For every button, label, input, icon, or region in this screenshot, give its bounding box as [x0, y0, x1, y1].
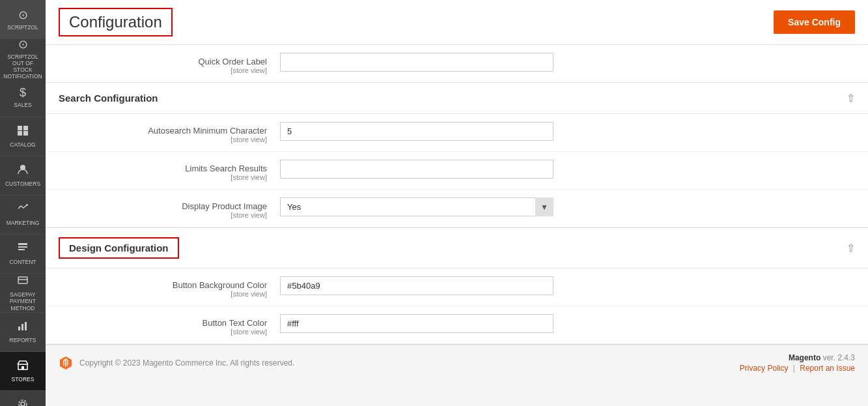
svg-rect-7	[18, 249, 25, 250]
svg-rect-10	[18, 326, 20, 330]
button-bg-color-input[interactable]	[280, 276, 553, 295]
button-text-color-input[interactable]	[280, 314, 553, 333]
design-configuration-section: Design Configuration ⇧ Button Background…	[46, 228, 868, 345]
design-section-header[interactable]: Design Configuration ⇧	[46, 228, 868, 268]
display-product-image-select[interactable]: Yes No	[280, 197, 553, 216]
search-collapse-icon: ⇧	[847, 92, 855, 104]
page-header: Configuration Save Config	[46, 0, 868, 45]
limits-search-control	[280, 160, 553, 179]
sidebar-item-reports[interactable]: REPORTS	[0, 313, 46, 352]
privacy-policy-link[interactable]: Privacy Policy	[740, 364, 789, 373]
footer-right: Magento ver. 2.4.3 Privacy Policy | Repo…	[740, 353, 855, 373]
autosearch-control	[280, 122, 553, 141]
content-icon	[17, 242, 29, 257]
display-product-image-row: Display Product Image [store view] Yes N…	[46, 190, 868, 227]
sidebar-item-sales[interactable]: $ SALES	[0, 78, 46, 117]
svg-rect-14	[21, 366, 24, 370]
svg-rect-8	[18, 277, 27, 283]
design-collapse-icon: ⇧	[847, 242, 855, 254]
sagepay-icon	[17, 274, 29, 289]
catalog-icon	[17, 124, 29, 139]
limits-search-input[interactable]	[280, 160, 553, 179]
sidebar-item-system[interactable]: SYSTEM	[0, 391, 46, 406]
footer-left: Copyright © 2023 Magento Commerce Inc. A…	[59, 356, 294, 370]
svg-rect-3	[23, 131, 28, 136]
scriptzol-out-icon: ⊙	[18, 37, 28, 51]
search-configuration-section: Search Configuration ⇧ Autosearch Minimu…	[46, 83, 868, 228]
sidebar-item-content[interactable]: CONTENT	[0, 235, 46, 274]
button-bg-color-label: Button Background Color [store view]	[59, 276, 280, 298]
system-icon	[17, 398, 29, 406]
customers-icon	[17, 164, 29, 179]
config-content: Quick Order Label [store view] Search Co…	[46, 45, 868, 406]
report-issue-link[interactable]: Report an Issue	[800, 364, 855, 373]
svg-rect-0	[18, 126, 22, 130]
sidebar-item-sagepay[interactable]: SAGEPAY PAYMENT METHOD	[0, 274, 46, 313]
quick-order-label: Quick Order Label [store view]	[59, 53, 280, 74]
footer-version: ver. 2.4.3	[823, 353, 855, 362]
marketing-icon	[17, 203, 29, 218]
search-section-title: Search Configuration	[59, 93, 158, 104]
svg-rect-2	[18, 131, 22, 136]
quick-order-input[interactable]	[280, 53, 553, 72]
quick-order-row: Quick Order Label [store view]	[46, 45, 868, 83]
sidebar-item-scriptzol[interactable]: ⊙ SCRIPTZOL	[0, 0, 46, 39]
autosearch-row: Autosearch Minimum Character [store view…	[46, 114, 868, 152]
button-bg-color-row: Button Background Color [store view]	[46, 268, 868, 306]
svg-rect-5	[18, 243, 27, 245]
sidebar-item-stores[interactable]: STORES	[0, 352, 46, 391]
design-section-title: Design Configuration	[59, 237, 179, 259]
svg-point-16	[19, 400, 27, 406]
sales-icon: $	[20, 86, 26, 100]
button-bg-color-control	[280, 276, 553, 295]
display-product-image-control: Yes No ▼	[280, 197, 553, 216]
main-content: Configuration Save Config Quick Order La…	[46, 0, 868, 406]
sidebar-item-scriptzol-out[interactable]: ⊙ SCRIPTZOL OUT OF STOCK NOTIFICATION	[0, 39, 46, 78]
autosearch-label: Autosearch Minimum Character [store view…	[59, 122, 280, 143]
svg-rect-6	[18, 246, 27, 248]
magento-logo-icon	[59, 356, 73, 370]
save-config-button[interactable]: Save Config	[774, 10, 855, 34]
page-footer: Copyright © 2023 Magento Commerce Inc. A…	[46, 345, 868, 381]
svg-rect-11	[21, 324, 23, 330]
stores-icon	[17, 359, 29, 374]
svg-point-15	[21, 402, 25, 406]
page-title: Configuration	[59, 8, 173, 36]
sidebar: ⊙ SCRIPTZOL ⊙ SCRIPTZOL OUT OF STOCK NOT…	[0, 0, 46, 406]
sidebar-item-customers[interactable]: CUSTOMERS	[0, 156, 46, 196]
sidebar-item-marketing[interactable]: MARKETING	[0, 196, 46, 235]
svg-rect-1	[23, 126, 28, 130]
quick-order-control	[280, 53, 553, 72]
footer-separator: |	[793, 364, 795, 373]
autosearch-input[interactable]	[280, 122, 553, 141]
search-section-header[interactable]: Search Configuration ⇧	[46, 83, 868, 114]
footer-magento-label: Magento	[789, 353, 820, 362]
limits-search-row: Limits Search Results [store view]	[46, 152, 868, 190]
svg-rect-12	[25, 322, 27, 330]
button-text-color-label: Button Text Color [store view]	[59, 314, 280, 336]
limits-search-label: Limits Search Results [store view]	[59, 160, 280, 181]
display-product-image-label: Display Product Image [store view]	[59, 197, 280, 219]
button-text-color-row: Button Text Color [store view]	[46, 306, 868, 344]
scriptzol-icon: ⊙	[18, 8, 28, 22]
footer-links: Privacy Policy | Report an Issue	[740, 364, 855, 373]
display-product-image-select-wrapper: Yes No ▼	[280, 197, 553, 216]
sidebar-item-catalog[interactable]: CATALOG	[0, 117, 46, 156]
button-text-color-control	[280, 314, 553, 333]
reports-icon	[17, 320, 29, 335]
footer-copyright: Copyright © 2023 Magento Commerce Inc. A…	[79, 358, 294, 368]
